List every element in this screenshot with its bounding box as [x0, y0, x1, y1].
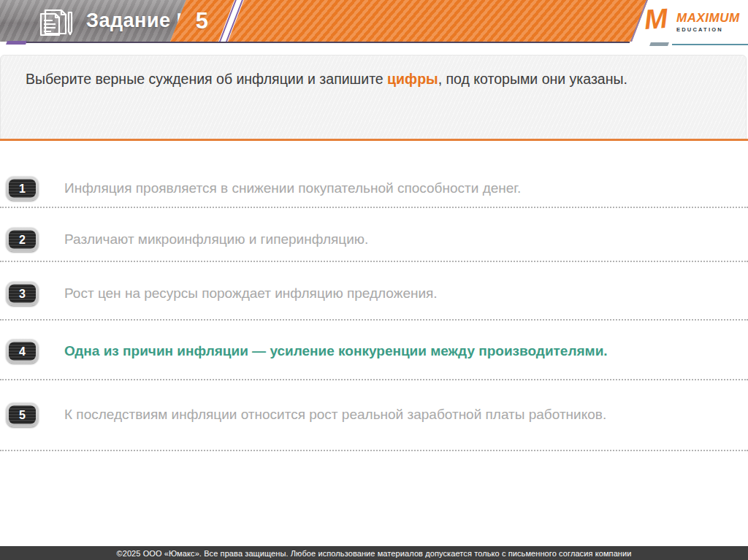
badge-inner: 2: [9, 231, 36, 249]
logo-brand: MAXIMUM: [676, 11, 740, 26]
number-badge-2: 2: [6, 228, 39, 252]
teal-line: [672, 44, 748, 45]
number-badge-3: 3: [6, 282, 39, 306]
badge-number: 4: [19, 345, 26, 358]
purple-dash: [6, 41, 27, 45]
statement-row-4: 4 Одна из причин инфляции — усиление кон…: [0, 331, 748, 372]
badge-number: 5: [19, 408, 26, 421]
statement-row-2: 2 Различают микроинфляцию и гиперинфляци…: [0, 220, 748, 258]
question-prefix: Выберите верные суждения об инфляции и з…: [26, 71, 387, 87]
question-suffix: , под которыми они указаны.: [438, 71, 627, 87]
task-number: 5: [196, 8, 208, 34]
statement-text-1: Инфляция проявляется в снижении покупате…: [64, 174, 723, 202]
gray-dash: [649, 42, 669, 46]
statement-row-3: 3 Рост цен на ресурсы порождает инфляцию…: [0, 274, 748, 313]
orange-divider: [0, 139, 748, 141]
dotted-separator: [0, 379, 748, 380]
badge-inner: 5: [9, 406, 36, 424]
copyright-text: ©2025 ООО «Юмакс». Все права защищены. Л…: [116, 549, 631, 558]
dotted-separator: [0, 319, 748, 321]
header-banner: Задание № 5: [0, 0, 748, 42]
badge-inner: 4: [9, 342, 36, 361]
dotted-separator: [0, 207, 748, 208]
question-highlight-word: цифры: [387, 71, 438, 87]
header-underline: [26, 42, 630, 43]
brand-logo: М MAXIMUM EDUCATION: [644, 4, 739, 37]
statement-text-5: К последствиям инфляции относится рост р…: [64, 401, 723, 429]
question-box: Выберите верные суждения об инфляции и з…: [0, 55, 747, 139]
number-badge-1: 1: [6, 177, 39, 201]
badge-number: 3: [19, 287, 26, 300]
statement-row-1: 1 Инфляция проявляется в снижении покупа…: [0, 170, 748, 207]
dotted-separator: [0, 450, 748, 451]
dotted-separator: [0, 261, 748, 262]
slide: Задание № 5 М MAXIMUM EDUCATION Выберите…: [0, 0, 748, 560]
badge-inner: 3: [9, 285, 36, 303]
statement-row-5: 5 К последствиям инфляции относится рост…: [0, 383, 748, 447]
badge-number: 2: [19, 233, 26, 246]
number-badge-5: 5: [6, 403, 39, 427]
maximum-logo-icon: М: [644, 4, 668, 34]
logo-text: MAXIMUM EDUCATION: [676, 11, 740, 33]
footer-bar: ©2025 ООО «Юмакс». Все права защищены. Л…: [0, 546, 748, 560]
number-badge-4: 4: [6, 340, 39, 364]
question-text: Выберите верные суждения об инфляции и з…: [1, 55, 746, 93]
logo-subtitle: EDUCATION: [676, 26, 740, 33]
documents-icon: [35, 5, 77, 39]
orange-banner: [228, 0, 648, 42]
statement-text-4: Одна из причин инфляции — усиление конку…: [64, 337, 723, 365]
statement-text-3: Рост цен на ресурсы порождает инфляцию п…: [64, 280, 723, 307]
badge-inner: 1: [9, 180, 36, 198]
badge-number: 1: [19, 182, 26, 195]
statement-text-2: Различают микроинфляцию и гиперинфляцию.: [64, 226, 723, 253]
